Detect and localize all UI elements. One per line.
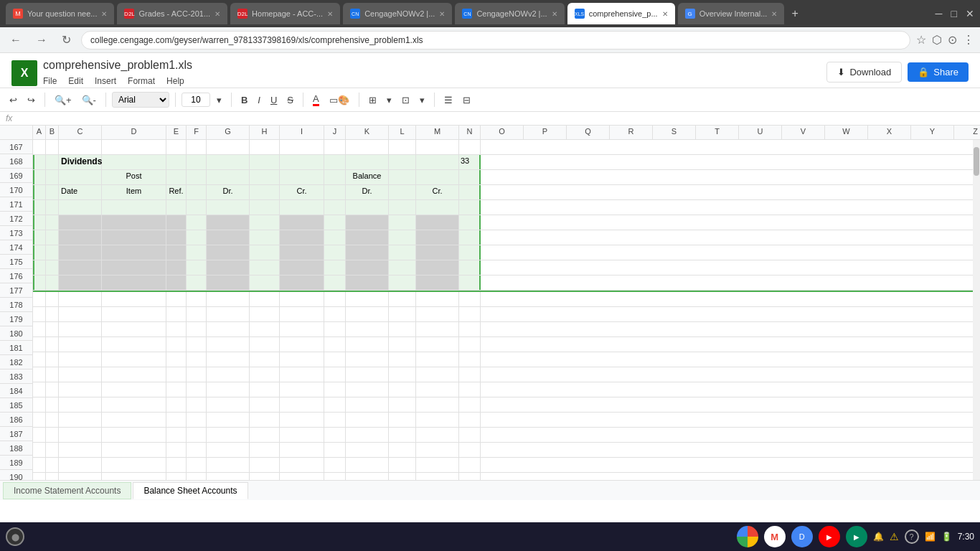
cell-187-col4[interactable] — [166, 443, 187, 457]
bold-button[interactable]: B — [237, 93, 251, 108]
cell-179-col0[interactable] — [33, 322, 46, 336]
cell-181-col13[interactable] — [459, 352, 481, 367]
cell-184-col13[interactable] — [459, 397, 481, 412]
cell-176-h[interactable] — [250, 276, 280, 290]
cell-172-rest[interactable] — [481, 215, 973, 230]
cell-179-col4[interactable] — [166, 322, 187, 336]
share-button[interactable]: 🔒 Share — [908, 62, 969, 82]
cell-180-col2[interactable] — [59, 337, 102, 352]
cell-180-rest[interactable] — [481, 337, 973, 352]
cell-187-col12[interactable] — [416, 443, 459, 457]
menu-file[interactable]: File — [43, 75, 57, 88]
cell-183-col2[interactable] — [59, 382, 102, 397]
cell-180-col5[interactable] — [187, 337, 207, 352]
cell-186-col6[interactable] — [207, 428, 250, 442]
cell-180-col7[interactable] — [250, 337, 280, 352]
cell-187-col1[interactable] — [46, 443, 59, 457]
cell-169-a[interactable] — [33, 170, 46, 184]
row-num-169[interactable]: 169 — [0, 169, 32, 183]
add-tab-button[interactable]: + — [787, 7, 802, 20]
cell-169-f[interactable] — [187, 170, 207, 184]
extensions-icon[interactable]: ⬡ — [932, 33, 942, 47]
cell-173-d-input[interactable] — [102, 230, 166, 245]
cell-180-col13[interactable] — [459, 337, 481, 352]
taskbar-youtube-icon[interactable]: ▶ — [819, 526, 840, 547]
cell-182-col0[interactable] — [33, 367, 46, 382]
cell-176-k-input[interactable] — [346, 276, 389, 290]
cell-169-rest[interactable] — [481, 170, 973, 184]
cell-185-col3[interactable] — [102, 413, 166, 427]
cell-175-g-input[interactable] — [207, 260, 250, 275]
cell-175-i-input[interactable] — [280, 260, 324, 275]
cell-187-col9[interactable] — [324, 443, 346, 457]
cell-178-rest[interactable] — [481, 307, 973, 321]
cell-182-col1[interactable] — [46, 367, 59, 382]
cell-177-g[interactable] — [207, 292, 250, 306]
cell-169-m[interactable] — [416, 170, 459, 184]
cell-181-col9[interactable] — [324, 352, 346, 367]
row-num-170[interactable]: 170 — [0, 183, 32, 197]
cell-185-col7[interactable] — [250, 413, 280, 427]
cell-173-e-input[interactable] — [166, 230, 187, 245]
cell-184-col1[interactable] — [46, 397, 59, 412]
cell-180-col4[interactable] — [166, 337, 187, 352]
menu-icon[interactable]: ⋮ — [963, 33, 974, 47]
cell-185-col9[interactable] — [324, 413, 346, 427]
cell-179-col8[interactable] — [280, 322, 324, 336]
cell-184-col5[interactable] — [187, 397, 207, 412]
formula-input[interactable] — [18, 113, 974, 123]
cell-179-col10[interactable] — [346, 322, 389, 336]
col-header-b[interactable]: B — [46, 126, 59, 139]
cell-179-rest[interactable] — [481, 322, 973, 336]
cell-188-col12[interactable] — [416, 458, 459, 472]
cell-167-j[interactable] — [324, 140, 346, 154]
cell-188-col3[interactable] — [102, 458, 166, 472]
cell-189-col7[interactable] — [250, 473, 280, 480]
cell-186-col3[interactable] — [102, 428, 166, 442]
row-num-171[interactable]: 171 — [0, 197, 32, 212]
italic-button[interactable]: I — [254, 93, 264, 108]
maximize-button[interactable]: □ — [951, 8, 957, 19]
cell-167-k[interactable] — [346, 140, 389, 154]
cell-176-e-input[interactable] — [166, 276, 187, 290]
cell-172-h[interactable] — [250, 215, 280, 230]
cell-178-col7[interactable] — [250, 307, 280, 321]
cell-175-b[interactable] — [46, 260, 59, 275]
cell-171-c[interactable] — [59, 200, 102, 215]
col-header-g[interactable]: G — [207, 126, 250, 139]
cell-175-rest[interactable] — [481, 260, 973, 275]
row-num-188[interactable]: 188 — [0, 441, 32, 456]
cell-182-col4[interactable] — [166, 367, 187, 382]
cell-178-col1[interactable] — [46, 307, 59, 321]
cell-175-l[interactable] — [389, 260, 416, 275]
cell-177-i[interactable] — [280, 292, 324, 306]
cell-183-col13[interactable] — [459, 382, 481, 397]
cell-179-col6[interactable] — [207, 322, 250, 336]
cell-182-col10[interactable] — [346, 367, 389, 382]
cell-180-col12[interactable] — [416, 337, 459, 352]
cell-168-d[interactable] — [102, 155, 166, 169]
cell-177-a[interactable] — [33, 292, 46, 306]
cell-170-c-date[interactable]: Date — [59, 185, 102, 199]
cell-169-k-balance[interactable]: Balance — [346, 170, 389, 184]
cell-187-col11[interactable] — [389, 443, 416, 457]
col-header-t[interactable]: T — [696, 126, 739, 139]
cell-186-col13[interactable] — [459, 428, 481, 442]
cell-169-d-post[interactable]: Post — [102, 170, 166, 184]
cell-172-k-input[interactable] — [346, 215, 389, 230]
cell-178-col4[interactable] — [166, 307, 187, 321]
cell-186-col2[interactable] — [59, 428, 102, 442]
cell-176-l[interactable] — [389, 276, 416, 290]
row-num-190[interactable]: 190 — [0, 470, 32, 480]
row-num-176[interactable]: 176 — [0, 269, 32, 283]
row-num-179[interactable]: 179 — [0, 312, 32, 326]
taskbar-docs-icon[interactable]: D — [791, 526, 813, 547]
cell-184-col12[interactable] — [416, 397, 459, 412]
menu-insert[interactable]: Insert — [95, 75, 116, 88]
cell-175-f[interactable] — [187, 260, 207, 275]
cell-168-m[interactable] — [416, 155, 459, 169]
tab-overview[interactable]: G Overview Internal... ✕ — [678, 3, 785, 24]
cell-179-col9[interactable] — [324, 322, 346, 336]
cell-183-col0[interactable] — [33, 382, 46, 397]
cell-186-col7[interactable] — [250, 428, 280, 442]
